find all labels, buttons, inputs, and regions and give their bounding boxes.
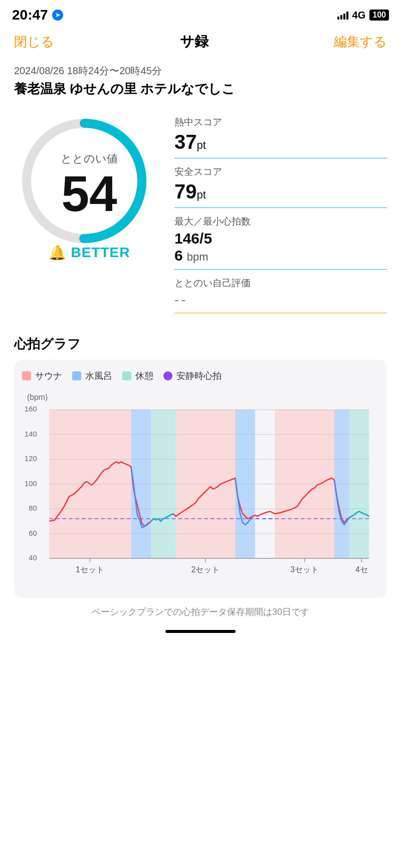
heat-score-label: 熱中スコア <box>174 116 387 129</box>
heat-score-row: 熱中スコア 37pt <box>174 116 387 158</box>
hr-label: 最大／最小心拍数 <box>174 215 387 228</box>
session-info: 2024/08/26 18時24分〜20時45分 養老温泉 ゆせんの里 ホテルな… <box>0 58 401 106</box>
cold-bg-3 <box>334 409 349 558</box>
status-time: 20:47 ➤ <box>12 7 63 23</box>
rest-bg-1 <box>151 409 175 558</box>
chart-svg: (bpm) 160 140 120 100 80 60 40 <box>22 390 379 588</box>
sauna-bg-2 <box>176 409 236 558</box>
cold-bg-2 <box>235 409 255 558</box>
svg-text:(bpm): (bpm) <box>27 393 48 401</box>
score-section: ととのい値 54 🔔 BETTER 熱中スコア 37pt 安全スコア 79pt … <box>0 106 401 330</box>
page-title: サ録 <box>180 32 209 51</box>
status-bar: 20:47 ➤ 4G 100 <box>0 0 401 27</box>
svg-text:2セット: 2セット <box>191 565 220 574</box>
hr-bpm: 6 bpm <box>174 247 387 264</box>
legend-cold-label: 水風呂 <box>85 370 112 382</box>
hr-row: 最大／最小心拍数 146/5 6 bpm <box>174 215 387 270</box>
legend-cold: 水風呂 <box>72 370 112 382</box>
signal-bars <box>337 11 348 20</box>
legend-sauna: サウナ <box>22 370 62 382</box>
svg-text:3セット: 3セット <box>290 565 319 574</box>
better-text: BETTER <box>71 245 130 261</box>
legend-rest: 休憩 <box>122 370 153 382</box>
score-details: 熱中スコア 37pt 安全スコア 79pt 最大／最小心拍数 146/5 6 b… <box>174 111 387 320</box>
svg-text:160: 160 <box>25 405 37 413</box>
hr-value: 146/5 <box>174 230 387 247</box>
legend-resting-hr: 安静時心拍 <box>163 370 222 382</box>
svg-text:120: 120 <box>25 455 37 463</box>
circle-gauge: ととのい値 54 🔔 BETTER <box>14 111 164 266</box>
svg-text:80: 80 <box>29 504 37 512</box>
legend-cold-icon <box>72 371 81 380</box>
bottom-note-text: ベーシックプランでの心拍データ保存期間は30日です <box>92 607 309 617</box>
edit-button[interactable]: 編集する <box>334 33 387 51</box>
svg-text:100: 100 <box>25 480 37 488</box>
svg-text:40: 40 <box>29 554 37 562</box>
graph-container: サウナ 水風呂 休憩 安静時心拍 (bpm) <box>14 360 387 598</box>
svg-text:1セット: 1セット <box>76 565 104 574</box>
bottom-note: ベーシックプランでの心拍データ保存期間は30日です <box>0 598 401 628</box>
sauna-bg-3 <box>275 409 334 558</box>
safe-score-row: 安全スコア 79pt <box>174 165 387 208</box>
legend-sauna-icon <box>22 371 31 380</box>
circle-value: 54 <box>61 165 117 222</box>
close-button[interactable]: 閉じる <box>14 33 54 51</box>
circle-inner: ととのい値 54 <box>61 151 118 219</box>
location-icon: ➤ <box>52 10 63 21</box>
svg-text:4セ: 4セ <box>355 565 368 574</box>
graph-title: 心拍グラフ <box>14 335 387 353</box>
safe-score-label: 安全スコア <box>174 165 387 178</box>
self-eval-label: ととのい自己評価 <box>174 277 387 290</box>
status-right: 4G 100 <box>337 10 389 21</box>
graph-section: 心拍グラフ サウナ 水風呂 休憩 安静時心拍 <box>0 330 401 598</box>
legend-rest-label: 休憩 <box>135 370 153 382</box>
safe-score-value: 79pt <box>174 180 387 202</box>
legend-resting-hr-label: 安静時心拍 <box>176 370 222 382</box>
chart-area: (bpm) 160 140 120 100 80 60 40 <box>22 390 379 590</box>
session-datetime: 2024/08/26 18時24分〜20時45分 <box>14 64 387 78</box>
self-eval-value: -- <box>174 292 387 308</box>
nav-bar: 閉じる サ録 編集する <box>0 27 401 58</box>
legend-sauna-label: サウナ <box>35 370 62 382</box>
network-label: 4G <box>352 10 366 21</box>
battery-indicator: 100 <box>369 10 389 21</box>
time-display: 20:47 <box>12 7 48 23</box>
heat-score-value: 37pt <box>174 131 387 153</box>
session-location: 養老温泉 ゆせんの里 ホテルなでしこ <box>14 81 387 98</box>
better-label: 🔔 BETTER <box>49 245 130 261</box>
bell-icon: 🔔 <box>49 245 66 261</box>
svg-text:140: 140 <box>25 430 37 438</box>
circle-label: ととのい値 <box>61 151 118 166</box>
svg-text:60: 60 <box>29 529 37 537</box>
legend-resting-hr-icon <box>163 371 172 380</box>
graph-legend: サウナ 水風呂 休憩 安静時心拍 <box>22 370 379 382</box>
rest-bg-3 <box>349 409 369 558</box>
self-eval-row: ととのい自己評価 -- <box>174 277 387 313</box>
home-indicator <box>165 630 236 633</box>
legend-rest-icon <box>122 371 131 380</box>
